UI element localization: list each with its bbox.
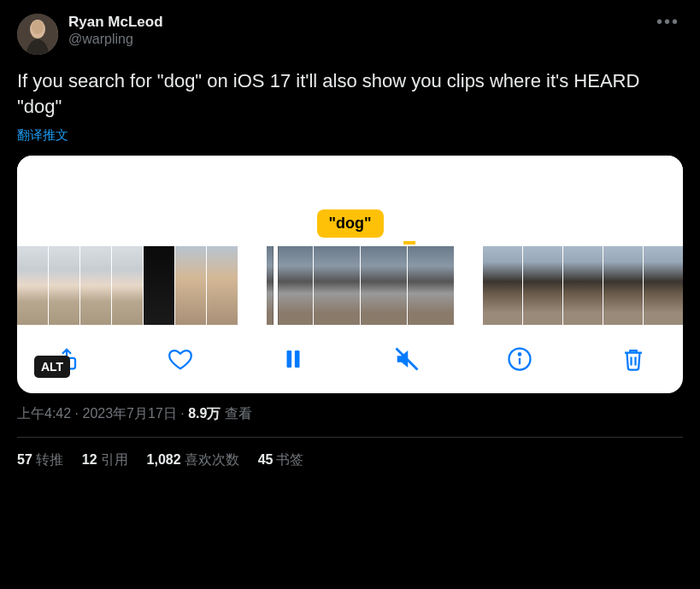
thumbnail (408, 246, 454, 325)
clip-2 (267, 246, 454, 325)
svg-rect-5 (295, 350, 300, 368)
svg-point-2 (32, 21, 44, 34)
tag-tick (403, 241, 415, 244)
search-tag: "dog" (316, 209, 383, 238)
thumbnail (207, 246, 238, 325)
quotes-stat[interactable]: 12引用 (82, 451, 128, 469)
svg-rect-4 (287, 350, 292, 368)
filmstrip (17, 246, 683, 325)
tweet-container: Ryan McLeod @warpling ••• If you search … (0, 0, 700, 483)
media-toolbar (17, 325, 683, 380)
heart-icon[interactable] (165, 344, 196, 374)
thumbnail (563, 246, 603, 325)
thumbnail (314, 246, 360, 325)
thumbnail (144, 246, 174, 325)
thumbnail (483, 246, 522, 325)
clip-1 (17, 246, 238, 325)
display-name: Ryan McLeod (68, 14, 653, 31)
tweet-meta: 上午4:42 · 2023年7月17日 · 8.9万 查看 (17, 405, 683, 438)
tweet-date[interactable]: 2023年7月17日 (82, 406, 176, 421)
svg-point-9 (519, 354, 521, 356)
tweet-stats: 57转推 12引用 1,082喜欢次数 45书签 (17, 438, 683, 469)
tweet-header: Ryan McLeod @warpling ••• (17, 14, 683, 55)
alt-badge[interactable]: ALT (34, 356, 70, 378)
more-icon[interactable]: ••• (653, 14, 683, 29)
thumbnail (80, 246, 111, 325)
pause-icon[interactable] (278, 344, 309, 374)
user-info[interactable]: Ryan McLeod @warpling (68, 14, 653, 48)
bookmarks-stat[interactable]: 45书签 (258, 451, 304, 469)
user-handle: @warpling (68, 31, 653, 47)
playhead[interactable] (274, 246, 278, 325)
thumbnail (17, 246, 48, 325)
mute-icon[interactable] (391, 344, 422, 374)
tweet-time[interactable]: 上午4:42 (17, 406, 71, 421)
media-top: "dog" (17, 156, 683, 246)
thumbnail (175, 246, 206, 325)
thumbnail (49, 246, 79, 325)
trash-icon[interactable] (618, 344, 649, 374)
translate-link[interactable]: 翻译推文 (17, 127, 68, 144)
avatar[interactable] (17, 14, 58, 55)
media-card[interactable]: "dog" (17, 156, 683, 393)
thumbnail (112, 246, 143, 325)
thumbnail (361, 246, 407, 325)
tweet-text: If you search for "dog" on iOS 17 it'll … (17, 68, 683, 119)
clip-3 (483, 246, 683, 325)
thumbnail (603, 246, 643, 325)
likes-stat[interactable]: 1,082喜欢次数 (147, 451, 239, 469)
views-count: 8.9万 (188, 406, 221, 421)
thumbnail (523, 246, 562, 325)
info-icon[interactable] (504, 344, 535, 374)
views-label: 查看 (225, 406, 252, 421)
retweets-stat[interactable]: 57转推 (17, 451, 63, 469)
thumbnail (644, 246, 683, 325)
